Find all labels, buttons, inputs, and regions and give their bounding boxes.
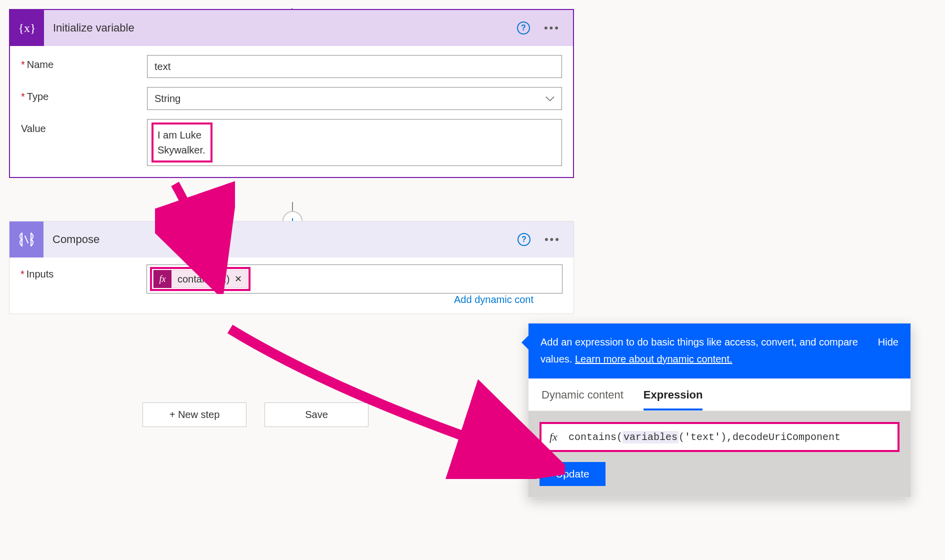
variable-icon: {x} [10, 10, 44, 46]
close-icon[interactable]: ✕ [234, 274, 242, 284]
tab-expression[interactable]: Expression [644, 388, 703, 410]
help-icon[interactable]: ? [518, 233, 530, 246]
update-button[interactable]: Update [540, 462, 606, 486]
more-icon[interactable]: ••• [544, 22, 563, 34]
value-highlight-box: I am Luke Skywalker. [152, 122, 212, 162]
annotation-arrow-icon [220, 319, 565, 479]
popup-info-banner: Add an expression to do basic things lik… [528, 324, 910, 378]
chevron-down-icon [546, 94, 554, 104]
card-header[interactable]: Compose ? ••• [10, 222, 574, 258]
value-input[interactable]: I am Luke Skywalker. [147, 119, 562, 166]
type-field-row: *Type String [21, 87, 562, 110]
tab-dynamic-content[interactable]: Dynamic content [542, 388, 624, 410]
new-step-button[interactable]: + New step [142, 402, 246, 427]
inputs-input[interactable]: fx contains(...) ✕ [146, 264, 562, 294]
expression-token[interactable]: fx contains(...) ✕ [153, 270, 248, 288]
help-icon[interactable]: ? [517, 22, 530, 34]
card-title: Initialize variable [53, 22, 508, 34]
learn-more-link[interactable]: Learn more about dynamic content. [575, 354, 732, 364]
name-input[interactable]: text [147, 55, 562, 78]
add-dynamic-content-link[interactable]: Add dynamic cont [454, 294, 534, 306]
card-header[interactable]: {x} Initialize variable ? ••• [10, 10, 573, 46]
name-label: *Name [21, 55, 141, 70]
fx-icon: fx [154, 270, 172, 288]
card-title: Compose [52, 233, 508, 246]
type-label: *Type [21, 87, 141, 102]
initialize-variable-card[interactable]: {x} Initialize variable ? ••• *Name text… [9, 9, 574, 178]
popup-tabs: Dynamic content Expression [528, 378, 910, 411]
fx-icon: fx [550, 430, 558, 444]
token-highlight-box: fx contains(...) ✕ [150, 267, 250, 291]
expression-input[interactable]: fx contains(variables('text'),decodeUriC… [540, 422, 900, 452]
expression-popup: Add an expression to do basic things lik… [528, 323, 911, 498]
save-button[interactable]: Save [264, 402, 368, 427]
expression-text: contains(variables('text'),decodeUriComp… [568, 432, 840, 443]
value-field-row: Value I am Luke Skywalker. [21, 119, 562, 166]
popup-beak [522, 336, 528, 350]
inputs-label: *Inputs [20, 264, 140, 280]
name-field-row: *Name text [21, 55, 562, 78]
token-label: contains(...) [178, 274, 230, 285]
compose-icon [10, 222, 44, 258]
inputs-field-row: *Inputs fx contains(...) ✕ [20, 264, 562, 294]
hide-link[interactable]: Hide [878, 334, 898, 368]
value-label: Value [21, 119, 141, 134]
type-select[interactable]: String [147, 87, 562, 110]
compose-card[interactable]: Compose ? ••• *Inputs fx contains(...) ✕ [9, 221, 574, 314]
more-icon[interactable]: ••• [544, 233, 564, 246]
